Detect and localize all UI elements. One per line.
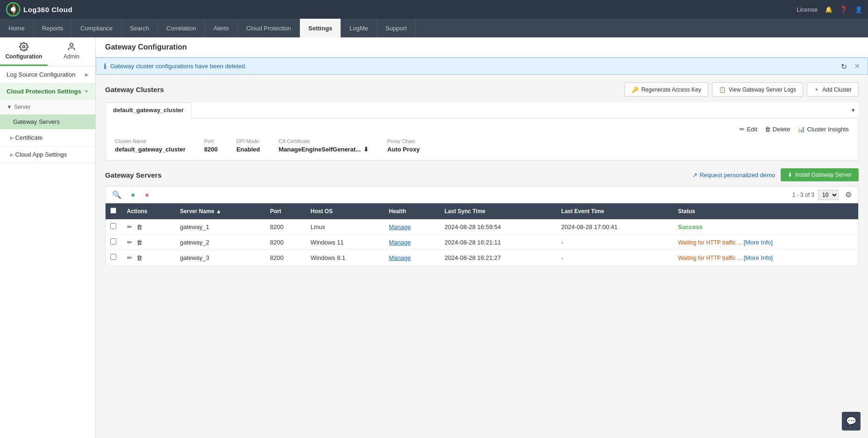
tab-home[interactable]: Home <box>0 19 34 37</box>
request-demo-link[interactable]: ↗ Request personalized demo <box>692 172 775 179</box>
server-section-label: Server <box>14 104 30 110</box>
server-name-2: gateway_2 <box>175 235 265 250</box>
per-page-select[interactable]: 10 25 50 <box>818 190 839 200</box>
tab-support[interactable]: Support <box>377 19 416 37</box>
delete-row-1-button[interactable]: 🗑 <box>136 223 142 230</box>
last-sync-3: 2024-08-28 16:21:27 <box>440 250 556 266</box>
tab-settings[interactable]: Settings <box>300 19 341 37</box>
row-checkbox-1[interactable] <box>110 223 116 229</box>
key-icon: 🔑 <box>632 86 639 93</box>
edit-row-3-button[interactable]: ✏ <box>127 254 132 261</box>
delete-row-2-button[interactable]: 🗑 <box>136 239 142 246</box>
sidebar-item-gateway-servers[interactable]: Gateway Servers <box>0 115 95 129</box>
sidebar: Configuration Admin Log Source Configura… <box>0 37 96 438</box>
row-actions-1: ✏ 🗑 <box>122 219 176 235</box>
search-filter-button[interactable]: 🔍 <box>109 189 124 200</box>
top-bar: Log360 Cloud License 🔔 ❓ 👤 <box>0 0 868 19</box>
plus-icon: ＋ <box>814 86 819 93</box>
user-icon[interactable]: 👤 <box>855 6 862 13</box>
tab-cloud-protection[interactable]: Cloud Protection <box>238 19 300 37</box>
cluster-dropdown-button[interactable]: ▾ <box>848 103 859 117</box>
cluster-port-item: Port 8200 <box>204 138 218 153</box>
chevron-right-icon: ▶ <box>85 72 89 77</box>
tab-alerts[interactable]: Alerts <box>205 19 238 37</box>
gateway-servers-right-actions: ↗ Request personalized demo ⬇ Install Ga… <box>692 168 859 181</box>
column-settings-button[interactable]: ⚙ <box>842 189 854 200</box>
sidebar-configuration-tab[interactable]: Configuration <box>0 37 48 66</box>
page-header: Gateway Configuration <box>96 37 868 57</box>
health-manage-3[interactable]: Manage <box>389 254 411 261</box>
sidebar-item-certificate[interactable]: ▹ Certificate <box>0 129 95 146</box>
cluster-insights-button[interactable]: 📊 Cluster Insights <box>797 126 849 133</box>
sidebar-item-log-source-config[interactable]: Log Source Configuration ▶ <box>0 66 95 83</box>
cluster-detail-box: ✏ Edit 🗑 Delete 📊 Cluster Insights Clust… <box>105 118 859 161</box>
gear-icon <box>19 42 28 51</box>
filter-active-button[interactable]: ● <box>128 190 138 200</box>
download-gateway-icon: ⬇ <box>788 172 792 178</box>
tab-correlation[interactable]: Correlation <box>158 19 205 37</box>
main-layout: Configuration Admin Log Source Configura… <box>0 37 868 438</box>
host-os-1: Linux <box>306 219 384 235</box>
table-row: ✏ 🗑 gateway_3 8200 Windows 8.1 Manage 20… <box>106 250 859 266</box>
download-icon[interactable]: ⬇ <box>363 146 369 153</box>
row-checkbox-2[interactable] <box>110 238 116 244</box>
table-row: ✏ 🗑 gateway_1 8200 Linux Manage 2024-08-… <box>106 219 859 235</box>
gateway-servers-title: Gateway Servers <box>105 171 162 179</box>
view-gateway-server-logs-button[interactable]: 📋 View Gateway Server Logs <box>712 82 804 97</box>
row-checkbox-3[interactable] <box>110 254 116 260</box>
regenerate-access-key-button[interactable]: 🔑 Regenerate Access Key <box>625 82 708 97</box>
col-server-name[interactable]: Server Name ▲ <box>175 203 265 220</box>
notification-icon[interactable]: 🔔 <box>825 6 832 13</box>
col-actions: Actions <box>122 203 176 220</box>
delete-row-3-button[interactable]: 🗑 <box>136 254 142 261</box>
more-info-2[interactable]: [More Info] <box>744 239 773 246</box>
top-bar-right: License 🔔 ❓ 👤 <box>797 6 862 13</box>
gateway-clusters-header: Gateway Clusters 🔑 Regenerate Access Key… <box>105 82 859 97</box>
edit-row-2-button[interactable]: ✏ <box>127 239 132 246</box>
port-2: 8200 <box>265 235 306 250</box>
gateway-servers-header: Gateway Servers ↗ Request personalized d… <box>105 168 859 181</box>
tab-reports[interactable]: Reports <box>34 19 72 37</box>
refresh-icon[interactable]: ↻ <box>841 62 847 71</box>
tab-compliance[interactable]: Compliance <box>72 19 121 37</box>
last-event-3: - <box>556 250 673 266</box>
col-host-os: Host OS <box>306 203 384 220</box>
help-icon[interactable]: ❓ <box>840 6 847 13</box>
host-os-3: Windows 8.1 <box>306 250 384 266</box>
app-title: Log360 Cloud <box>23 6 72 14</box>
install-gateway-server-button[interactable]: ⬇ Install Gateway Server <box>781 168 859 181</box>
health-manage-2[interactable]: Manage <box>389 239 411 246</box>
table-toolbar-right: 1 - 3 of 3 10 25 50 ⚙ <box>792 189 854 200</box>
cluster-tab-default[interactable]: default_gateway_cluster <box>105 102 192 118</box>
tab-logme[interactable]: LogMe <box>341 19 377 37</box>
edit-icon: ✏ <box>740 126 745 133</box>
svg-point-1 <box>11 7 15 12</box>
sidebar-server-section: ▼ Server <box>0 100 95 115</box>
main-content: Gateway Configuration ℹ Gateway cluster … <box>96 37 868 438</box>
table-toolbar-left: 🔍 ● ● <box>109 189 152 200</box>
alert-close-button[interactable]: ✕ <box>854 62 860 71</box>
sidebar-admin-tab[interactable]: Admin <box>48 37 95 66</box>
add-cluster-button[interactable]: ＋ Add Cluster <box>807 82 859 97</box>
cluster-name-item: Cluster Name default_gateway_cluster <box>115 138 185 153</box>
sidebar-item-cloud-app-settings[interactable]: ▹ Cloud App Settings <box>0 146 95 163</box>
status-1: Success <box>678 223 703 230</box>
sidebar-top: Configuration Admin <box>0 37 95 66</box>
tab-search[interactable]: Search <box>121 19 158 37</box>
cluster-ca-cert-item: CA Certificate ManageEngineSelfGenerat..… <box>279 138 369 153</box>
health-manage-1[interactable]: Manage <box>389 223 411 230</box>
license-link[interactable]: License <box>797 6 818 13</box>
filter-inactive-button[interactable]: ● <box>142 190 152 200</box>
more-info-3[interactable]: [More Info] <box>744 254 773 261</box>
cluster-info-grid: Cluster Name default_gateway_cluster Por… <box>115 138 849 153</box>
col-last-sync: Last Sync Time <box>440 203 556 220</box>
sidebar-item-cloud-protection-settings[interactable]: Cloud Protection Settings ▼ <box>0 83 95 100</box>
select-all-checkbox[interactable] <box>110 208 116 214</box>
edit-cluster-button[interactable]: ✏ Edit <box>740 126 757 133</box>
delete-cluster-button[interactable]: 🗑 Delete <box>765 126 790 133</box>
chat-fab-button[interactable]: 💬 <box>842 412 861 431</box>
edit-row-1-button[interactable]: ✏ <box>127 223 132 230</box>
col-port: Port <box>265 203 306 220</box>
gateway-clusters-title: Gateway Clusters <box>105 86 164 93</box>
server-name-1: gateway_1 <box>175 219 265 235</box>
